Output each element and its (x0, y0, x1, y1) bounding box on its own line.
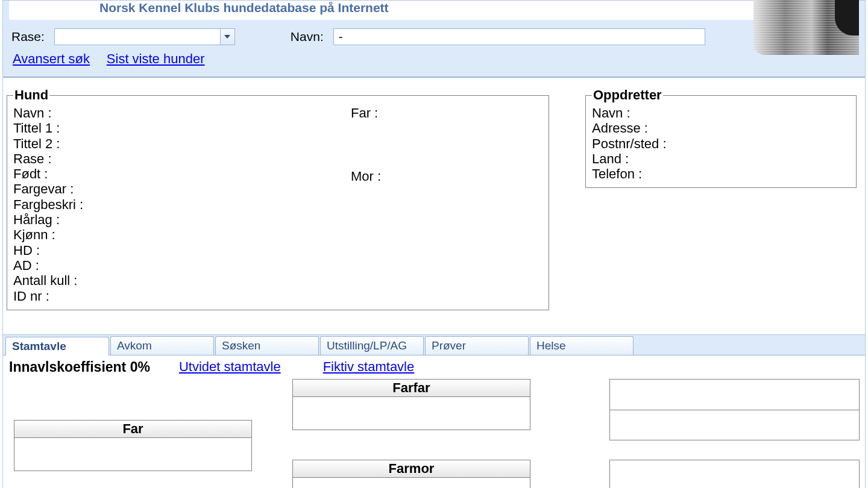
header-subtitle: Norsk Kennel Klubs hundedatabase på Inte… (9, 1, 859, 15)
rase-label: Rase: (11, 30, 45, 44)
hund-rase: Rase : (13, 151, 327, 166)
pedigree-grid: Far Farfar Farmor (7, 379, 861, 488)
pedigree-far-body (14, 438, 251, 471)
tab-helse[interactable]: Helse (530, 336, 634, 355)
hund-kjonn: Kjønn : (13, 227, 327, 242)
opp-adresse: Adresse : (592, 120, 850, 136)
chevron-down-icon[interactable] (220, 29, 234, 45)
tab-sosken[interactable]: Søsken (215, 336, 319, 355)
hund-fargevar: Fargevar : (13, 181, 327, 196)
pedigree-ggp-2-box (609, 460, 860, 488)
tab-prover[interactable]: Prøver (425, 336, 529, 355)
pedigree-farmor-body (293, 478, 530, 488)
hund-harlag: Hårlag : (13, 212, 327, 227)
oppdretter-legend: Oppdretter (592, 87, 663, 103)
tab-stamtavle[interactable]: Stamtavle (5, 337, 109, 355)
tab-avkom[interactable]: Avkom (110, 336, 214, 355)
hund-tittel2: Tittel 2 : (13, 136, 327, 151)
hund-fodt: Født : (13, 166, 327, 181)
hund-fieldset: Hund Navn : Tittel 1 : Tittel 2 : Rase :… (7, 87, 549, 310)
hund-fargbeskri: Fargbeskri : (13, 197, 327, 212)
hund-far: Far : (351, 105, 542, 120)
hund-ad: AD : (13, 258, 327, 273)
opp-navn: Navn : (592, 105, 850, 120)
rase-select[interactable] (54, 28, 235, 45)
utvidet-stamtavle-link[interactable]: Utvidet stamtavle (179, 359, 281, 375)
opp-land: Land : (592, 151, 850, 166)
avansert-sok-link[interactable]: Avansert søk (13, 51, 90, 66)
pedigree-farmor-header: Farmor (293, 460, 530, 478)
hund-navn: Navn : (13, 105, 327, 120)
pedigree-farfar-body (293, 397, 530, 430)
header-dog-image (753, 0, 859, 55)
navn-input[interactable] (333, 28, 705, 45)
opp-telefon: Telefon : (592, 166, 850, 181)
pedigree-farfar-header: Farfar (293, 380, 530, 397)
tab-strip: Stamtavle Avkom Søsken Utstilling/LP/AG … (3, 335, 865, 355)
fiktiv-stamtavle-link[interactable]: Fiktiv stamtavle (323, 359, 415, 375)
hund-tittel1: Tittel 1 : (13, 120, 327, 136)
navn-label: Navn: (291, 30, 324, 44)
hund-hd: HD : (13, 243, 327, 258)
pedigree-ggp-1-box (609, 379, 860, 440)
tab-utstilling[interactable]: Utstilling/LP/AG (320, 336, 424, 355)
hund-idnr: ID nr : (13, 289, 327, 304)
pedigree-farmor-box: Farmor (292, 460, 530, 488)
innavls-koeffisient: Innavlskoeffisient 0% (9, 359, 150, 375)
pedigree-far-header: Far (14, 421, 251, 438)
hund-mor: Mor : (351, 169, 542, 184)
hund-antallkull: Antall kull : (13, 273, 327, 288)
opp-postnrsted: Postnr/sted : (592, 136, 850, 151)
sist-viste-hunder-link[interactable]: Sist viste hunder (107, 51, 205, 66)
pedigree-farfar-box: Farfar (292, 379, 530, 430)
oppdretter-fieldset: Oppdretter Navn : Adresse : Postnr/sted … (585, 87, 857, 188)
hund-legend: Hund (13, 87, 49, 103)
pedigree-far-box: Far (14, 420, 252, 471)
